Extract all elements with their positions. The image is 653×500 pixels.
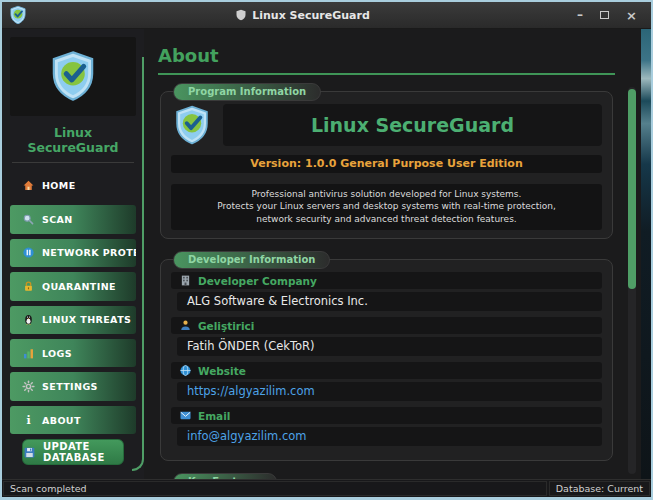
developer-person-label: Geliştirici — [171, 317, 602, 334]
program-header-row: Linux SecureGuard — [171, 104, 602, 146]
developer-information-label: Developer Information — [173, 251, 330, 269]
lock-icon — [22, 280, 35, 293]
sidebar-divider — [12, 162, 134, 163]
logo-panel — [10, 37, 136, 116]
gear-icon — [22, 380, 35, 393]
sidebar-item-scan[interactable]: SCAN — [10, 205, 136, 233]
title-bar: Linux SecureGuard – × — [2, 2, 651, 29]
database-status: Database: Current — [549, 481, 650, 496]
update-database-label: UPDATE DATABASE — [43, 441, 123, 463]
desktop-wallpaper-strip — [641, 29, 651, 479]
developer-person-value: Fatih ÖNDER (CekToR) — [177, 337, 602, 356]
minimize-button[interactable]: – — [577, 10, 583, 20]
globe-icon — [179, 364, 192, 377]
email-link[interactable]: info@algyazilim.com — [177, 427, 602, 446]
bar-chart-icon — [22, 347, 35, 360]
sidebar-item-linux-threats[interactable]: LINUX THREATS — [10, 306, 136, 334]
sidebar-item-logs[interactable]: LOGS — [10, 339, 136, 367]
home-icon — [22, 179, 35, 192]
main-scrollbar[interactable] — [628, 87, 636, 474]
email-icon — [179, 409, 192, 422]
program-description: Professional antivirus solution develope… — [171, 184, 602, 230]
sidebar-item-network-protection[interactable]: NETWORK PROTECTION — [10, 239, 136, 267]
page-title-rule — [158, 73, 615, 75]
window-title: Linux SecureGuard — [252, 9, 370, 22]
sidebar-item-home[interactable]: HOME — [10, 172, 136, 200]
window-controls: – × — [577, 8, 651, 23]
program-information-section: Program Information Linux SecureGuard Ve… — [160, 91, 613, 239]
program-information-label: Program Information — [173, 83, 321, 101]
content-row: Linux SecureGuard HOME SCAN — [2, 29, 651, 479]
penguin-icon — [22, 313, 35, 326]
email-label: Email — [171, 407, 602, 424]
network-protection-icon — [22, 246, 35, 259]
info-icon: i — [22, 414, 35, 427]
maximize-button[interactable] — [600, 11, 609, 19]
update-database-button[interactable]: UPDATE DATABASE — [22, 439, 124, 465]
scan-icon — [22, 213, 35, 226]
close-button[interactable]: × — [626, 8, 637, 23]
developer-company-label: Developer Company — [171, 272, 602, 289]
status-bar: Scan completed Database: Current — [2, 479, 651, 497]
developer-company-value: ALG Software & Electronics Inc. — [177, 292, 602, 311]
sidebar-item-quarantine[interactable]: QUARANTINE — [10, 272, 136, 300]
save-disk-icon — [23, 446, 36, 459]
titlebar-shield-icon — [235, 9, 247, 21]
scrollbar-thumb[interactable] — [628, 89, 636, 289]
sidebar: Linux SecureGuard HOME SCAN — [2, 29, 144, 479]
scan-status: Scan completed — [3, 481, 547, 496]
sidebar-app-name: Linux SecureGuard — [10, 125, 136, 155]
sidebar-item-about[interactable]: i ABOUT — [10, 406, 136, 434]
main-content: About Program Information Linux SecureGu… — [144, 29, 641, 479]
website-label: Website — [171, 362, 602, 379]
window-title-area: Linux SecureGuard — [28, 9, 577, 22]
program-version: Version: 1.0.0 General Purpose User Edit… — [171, 155, 602, 173]
logo-shield-icon — [46, 49, 100, 103]
person-icon — [179, 319, 192, 332]
key-features-label: Key Features — [173, 473, 277, 479]
page-title: About — [158, 45, 615, 66]
program-title: Linux SecureGuard — [223, 104, 602, 146]
sidebar-item-settings[interactable]: SETTINGS — [10, 372, 136, 400]
website-link[interactable]: https://algyazilim.com — [177, 382, 602, 401]
app-window: Linux SecureGuard – × Linux SecureGuard — [0, 0, 653, 500]
program-shield-icon — [171, 104, 213, 146]
app-shield-icon — [8, 5, 28, 25]
building-icon — [179, 274, 192, 287]
developer-information-section: Developer Information Developer Company … — [160, 259, 613, 461]
